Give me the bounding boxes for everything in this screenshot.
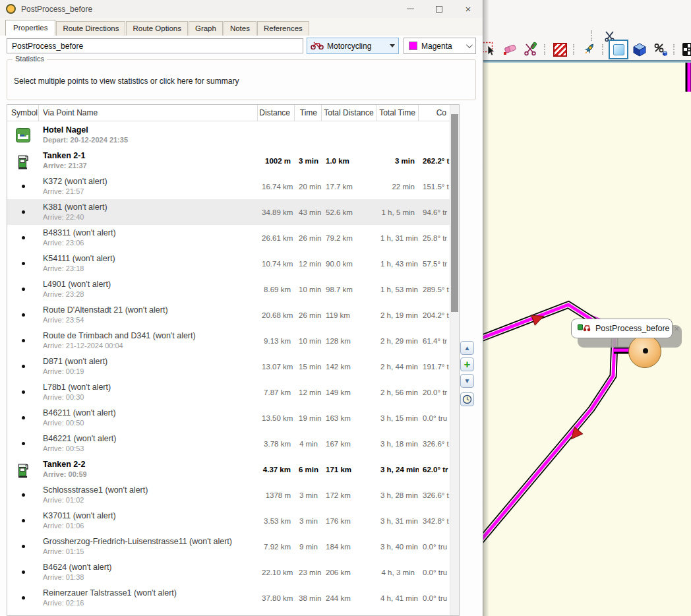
via-point-name-cell: L78b1 (won't alert)Arrive: 00:30 (39, 382, 258, 402)
column-header-via-point-name[interactable]: Via Point Name (39, 105, 258, 121)
table-row[interactable]: B46221 (won't alert)Arrive: 00:533.78 km… (7, 431, 451, 456)
shaping-point-icon (22, 493, 25, 497)
statistics-message[interactable]: Select multiple points to view statistic… (14, 77, 239, 86)
route-callout-icon (578, 323, 591, 335)
close-button[interactable]: × (454, 0, 483, 18)
table-row[interactable]: D871 (won't alert)Arrive: 00:1913.07 km1… (7, 354, 451, 379)
tab-route-options[interactable]: Route Options (126, 21, 188, 36)
fit-screen-icon[interactable] (680, 40, 691, 59)
table-row[interactable]: Route de Trimbach and D341 (won't alert)… (7, 328, 451, 354)
table-row[interactable]: Tanken 2-2Arrive: 00:594.37 km6 min171 k… (7, 456, 451, 482)
column-header-co[interactable]: Co (419, 105, 451, 121)
symbol-cell (7, 236, 39, 239)
route-window-icon (6, 4, 16, 14)
area-select-icon[interactable] (609, 40, 628, 59)
via-point-time: Arrive: 21:37 (43, 161, 254, 170)
callout-close-icon[interactable]: × (675, 324, 680, 333)
table-row[interactable]: B4624 (won't alert)Arrive: 01:3822.10 km… (7, 559, 451, 585)
eraser-icon[interactable] (501, 40, 520, 59)
time-cell: 3 min (295, 491, 322, 499)
column-header-total-distance[interactable]: Total Distance (322, 105, 376, 121)
total-distance-cell: 1.0 km (322, 157, 376, 165)
route-color-select[interactable]: Magenta (404, 38, 476, 54)
via-point-time: Depart: 20-12-2024 21:35 (43, 135, 254, 144)
distance-cell: 26.61 km (258, 234, 295, 242)
via-point-name: Grossherzog-Friedrich-Luisenstrasse11 (w… (43, 536, 254, 547)
toolbar-grip[interactable] (602, 44, 605, 55)
toolbar-grip[interactable] (544, 44, 547, 55)
symbol-cell (7, 596, 39, 600)
route-cut-icon[interactable] (522, 40, 540, 59)
time-cell: 19 min (295, 414, 322, 422)
toolbar-grip[interactable] (573, 44, 576, 55)
via-point-time: Arrive: 22:40 (43, 212, 254, 222)
via-point-name: K37011 (won't alert) (43, 510, 254, 521)
column-header-distance[interactable]: Distance (258, 105, 295, 121)
cube-3d-icon[interactable] (630, 40, 649, 59)
maximize-button[interactable] (425, 0, 454, 18)
activity-profile-select[interactable]: Motorcycling (307, 38, 399, 54)
via-point-name: Hotel Nagel (43, 125, 254, 135)
table-row[interactable]: L78b1 (won't alert)Arrive: 00:307.87 km1… (7, 379, 451, 405)
table-row[interactable]: Schlossstrasse1 (won't alert)Arrive: 01:… (7, 482, 451, 508)
column-header-symbol[interactable]: Symbol (7, 105, 39, 121)
map-toolbar (483, 0, 691, 63)
minimize-button[interactable] (396, 0, 425, 18)
shaping-point-icon (22, 288, 25, 291)
table-row[interactable]: Route D'Altenstadt 21 (won't alert)Arriv… (7, 302, 451, 328)
table-row[interactable]: Reinerzauer Talstrasse1 (won't alert)Arr… (7, 585, 451, 611)
tab-notes[interactable]: Notes (224, 21, 256, 36)
table-row[interactable]: Grossherzog-Friedrich-Luisenstrasse11 (w… (7, 534, 451, 559)
course-cell: 61.4° tr (419, 337, 451, 345)
total-distance-cell: 98.7 km (322, 286, 376, 293)
via-point-name-cell: B46211 (won't alert)Arrive: 00:50 (39, 408, 258, 428)
move-up-button[interactable]: ▲ (460, 341, 474, 355)
tab-graph[interactable]: Graph (189, 21, 223, 36)
toolbar-grip[interactable] (673, 44, 676, 55)
total-distance-cell: 90.0 km (322, 260, 376, 268)
table-row[interactable]: B46211 (won't alert)Arrive: 00:5013.50 k… (7, 405, 451, 431)
table-row[interactable]: K381 (won't alert)Arrive: 22:4034.89 km4… (7, 199, 451, 225)
move-down-button[interactable]: ▼ (460, 374, 474, 388)
title-bar: PostProcess_before × (0, 0, 483, 18)
tab-route-directions[interactable]: Route Directions (56, 21, 125, 36)
percent-cube-icon[interactable] (651, 40, 669, 59)
table-row[interactable]: K54111 (won't alert)Arrive: 23:1810.74 k… (7, 251, 451, 276)
route-callout[interactable]: PostProcess_before × (571, 319, 673, 338)
table-row[interactable]: Tanken 2-1Arrive: 21:371002 m3 min1.0 km… (7, 148, 451, 173)
via-point-name-cell: B48311 (won't alert)Arrive: 23:06 (39, 228, 258, 248)
recalculate-time-button[interactable] (460, 392, 474, 406)
insert-point-button[interactable]: + (460, 357, 474, 371)
symbol-cell (7, 416, 39, 419)
via-point-name: K54111 (won't alert) (43, 253, 254, 264)
hazard-stripes-icon[interactable] (551, 40, 569, 59)
table-row[interactable]: L10021 (won't alert) (7, 611, 451, 615)
total-time-cell: 3 min (376, 157, 419, 165)
total-time-cell: 22 min (376, 183, 419, 191)
symbol-cell (7, 442, 39, 445)
course-cell: 25.8° tr (419, 234, 451, 242)
via-point-name-cell: Grossherzog-Friedrich-Luisenstrasse11 (w… (39, 536, 258, 557)
via-point-name-cell: Schlossstrasse1 (won't alert)Arrive: 01:… (39, 485, 258, 505)
distance-cell: 16.74 km (258, 183, 295, 191)
scrollbar-thumb[interactable] (451, 114, 458, 312)
map-canvas[interactable]: PostProcess_before × (483, 63, 691, 616)
tab-references[interactable]: References (257, 21, 309, 36)
course-cell: 62.0° tr (419, 466, 451, 474)
table-row[interactable]: B48311 (won't alert)Arrive: 23:0626.61 k… (7, 225, 451, 251)
table-row[interactable]: K37011 (won't alert)Arrive: 01:063.53 km… (7, 508, 451, 534)
time-cell: 20 min (295, 183, 322, 191)
vertical-scrollbar[interactable] (450, 105, 459, 615)
route-name-input[interactable]: PostProcess_before (7, 38, 303, 53)
table-row[interactable]: L4901 (won't alert)Arrive: 23:288.69 km1… (7, 276, 451, 302)
table-row[interactable]: Hotel NagelDepart: 20-12-2024 21:35 (7, 122, 451, 148)
table-row[interactable]: K372 (won't alert)Arrive: 21:5716.74 km2… (7, 173, 451, 199)
course-cell: 0.0° tru (419, 543, 451, 551)
time-cell: 3 min (295, 517, 322, 525)
column-header-total-time[interactable]: Total Time (376, 105, 419, 121)
column-header-time[interactable]: Time (295, 105, 322, 121)
route-color-value: Magenta (421, 42, 452, 51)
fuel-icon (17, 461, 29, 478)
tab-properties[interactable]: Properties (5, 20, 55, 36)
rocket-icon[interactable] (580, 40, 598, 59)
